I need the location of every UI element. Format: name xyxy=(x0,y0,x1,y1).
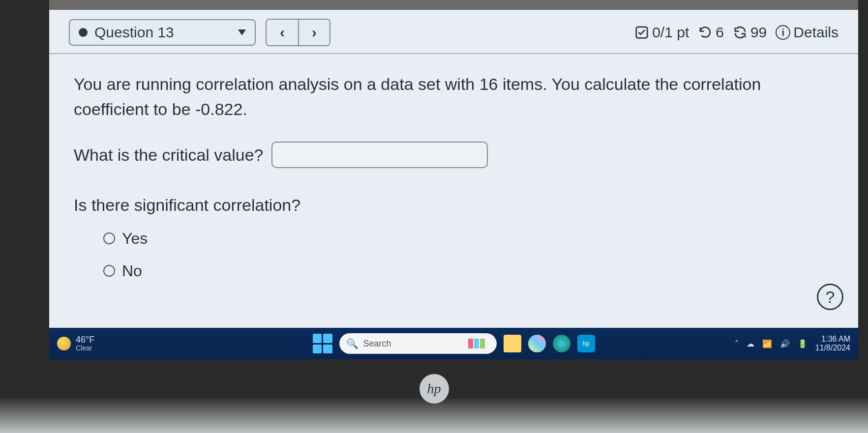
retries-count: 99 xyxy=(750,24,767,41)
battery-icon[interactable]: 🔋 xyxy=(798,339,808,348)
weather-widget[interactable]: 46°F Clear xyxy=(57,335,94,352)
cloud-icon[interactable]: ☁ xyxy=(747,339,754,348)
system-tray: ˄ ☁ 📶 🔊 🔋 1:36 AM 11/8/2024 xyxy=(735,335,850,352)
critical-value-row: What is the critical value? xyxy=(74,142,834,168)
status-dot-icon xyxy=(79,28,88,37)
next-question-button[interactable]: › xyxy=(298,20,329,45)
edge-icon[interactable] xyxy=(553,335,570,352)
score-status: 0/1 pt xyxy=(634,24,689,41)
chevron-down-icon xyxy=(238,29,246,35)
option-no-label: No xyxy=(122,259,142,283)
details-label: Details xyxy=(793,24,838,41)
attempts-left: 6 xyxy=(716,24,724,41)
prev-question-button[interactable]: ‹ xyxy=(267,20,298,45)
clock[interactable]: 1:36 AM 11/8/2024 xyxy=(815,335,850,352)
attempts-status: 6 xyxy=(698,24,724,41)
weather-cond: Clear xyxy=(76,345,94,352)
weather-temp: 46°F xyxy=(76,335,94,345)
tray-chevron-icon[interactable]: ˄ xyxy=(735,339,739,348)
taskbar-center: 🔍 Search hp xyxy=(313,333,595,354)
significance-label: Is there significant correlation? xyxy=(74,193,834,218)
question-prompt: You are running correlation analysis on … xyxy=(74,72,762,122)
help-icon: ? xyxy=(826,288,835,307)
desk-background xyxy=(0,0,49,433)
critical-value-input[interactable] xyxy=(271,142,488,168)
laptop-hinge xyxy=(0,399,868,433)
radio-icon xyxy=(103,265,115,277)
option-yes[interactable]: Yes xyxy=(103,227,834,250)
windows-taskbar: 46°F Clear 🔍 Search hp ˄ xyxy=(49,328,858,359)
tray-time: 1:36 AM xyxy=(821,335,850,344)
search-icon: 🔍 xyxy=(346,338,359,349)
score-text: 0/1 pt xyxy=(652,24,689,41)
checkbox-icon xyxy=(634,25,649,40)
question-content: You are running correlation analysis on … xyxy=(49,54,858,300)
tray-date: 11/8/2024 xyxy=(815,344,850,352)
radio-icon xyxy=(103,232,115,244)
question-label: Question 13 xyxy=(94,24,174,41)
question-header: Question 13 ‹ › 0/1 pt 6 99 i Detail xyxy=(49,10,858,54)
search-placeholder: Search xyxy=(363,339,391,349)
undo-icon xyxy=(698,25,713,40)
help-button[interactable]: ? xyxy=(817,284,843,310)
hp-logo: hp xyxy=(419,374,449,404)
screen-area: Question 13 ‹ › 0/1 pt 6 99 i Detail xyxy=(49,0,858,359)
volume-icon[interactable]: 🔊 xyxy=(780,339,790,348)
refresh-icon xyxy=(733,25,748,40)
info-icon: i xyxy=(776,25,790,40)
question-nav: ‹ › xyxy=(266,19,330,46)
moon-icon xyxy=(57,337,71,350)
option-yes-label: Yes xyxy=(122,227,148,250)
window-titlebar xyxy=(49,0,858,10)
wifi-icon[interactable]: 📶 xyxy=(762,339,772,348)
question-status: 0/1 pt 6 99 i Details xyxy=(634,24,838,41)
search-decor-icons xyxy=(468,339,485,348)
file-explorer-icon[interactable] xyxy=(504,335,521,352)
option-no[interactable]: No xyxy=(103,259,834,283)
details-button[interactable]: i Details xyxy=(776,24,838,41)
taskbar-search[interactable]: 🔍 Search xyxy=(339,333,497,354)
myhp-icon[interactable]: hp xyxy=(577,335,595,352)
copilot-icon[interactable] xyxy=(528,335,546,352)
critical-value-label: What is the critical value? xyxy=(74,143,264,168)
question-selector[interactable]: Question 13 xyxy=(69,19,256,46)
retries-status: 99 xyxy=(733,24,767,41)
start-button[interactable] xyxy=(313,334,332,353)
